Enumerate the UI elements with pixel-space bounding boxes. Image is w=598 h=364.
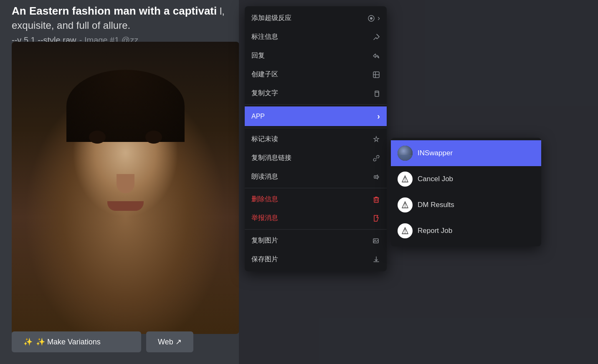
- menu-item-report[interactable]: 举报消息: [245, 209, 387, 228]
- make-variations-button[interactable]: ✨ ✨ Make Variations: [12, 331, 141, 352]
- dm-results-label: DM Results: [418, 201, 454, 209]
- svg-rect-7: [374, 198, 378, 202]
- sparkle-icon: ✨: [23, 337, 33, 346]
- title-text: An Eastern fashion man with a captivati: [12, 5, 217, 17]
- svg-rect-6: [374, 176, 376, 178]
- submenu-item-cancel-job[interactable]: Cancel Job: [391, 166, 541, 192]
- menu-divider-3: [245, 188, 387, 188]
- menu-item-copy-image[interactable]: 复制图片: [245, 231, 387, 250]
- menu-divider-2: [245, 128, 387, 128]
- menu-item-pin[interactable]: 标注信息: [245, 28, 387, 46]
- menu-divider-1: [245, 104, 387, 105]
- web-button[interactable]: Web ↗: [146, 331, 193, 352]
- generated-image: [12, 42, 239, 334]
- inswapper-icon: [398, 146, 413, 161]
- menu-item-mark-unread[interactable]: 标记未读: [245, 130, 387, 149]
- cancel-job-label: Cancel Job: [418, 175, 453, 183]
- submenu-item-report-job[interactable]: Report Job: [391, 218, 541, 244]
- menu-item-read-aloud[interactable]: 朗读消息: [245, 167, 387, 186]
- menu-item-delete[interactable]: 删除信息: [245, 190, 387, 209]
- make-variations-label: ✨ Make Variations: [36, 337, 101, 346]
- menu-divider-4: [245, 229, 387, 230]
- context-menu: 添加超级反应 › 标注信息 回复 创建子区: [245, 6, 387, 271]
- message-title: An Eastern fashion man with a captivati …: [12, 4, 239, 46]
- menu-item-reply[interactable]: 回复: [245, 46, 387, 65]
- submenu-item-inswapper[interactable]: INSwapper: [391, 140, 541, 166]
- inswapper-label: INSwapper: [418, 149, 453, 157]
- menu-item-thread[interactable]: 创建子区: [245, 65, 387, 84]
- menu-item-copy-text[interactable]: 复制文字: [245, 84, 387, 103]
- submenu-item-dm-results[interactable]: DM Results: [391, 192, 541, 218]
- menu-item-save-image[interactable]: 保存图片: [245, 250, 387, 269]
- report-job-icon: [398, 223, 413, 238]
- svg-rect-5: [375, 92, 379, 96]
- menu-item-reaction[interactable]: 添加超级反应 ›: [245, 9, 387, 28]
- menu-item-app[interactable]: APP ›: [245, 106, 387, 126]
- web-label: Web ↗: [158, 337, 182, 346]
- svg-point-1: [370, 17, 372, 20]
- report-job-label: Report Job: [418, 227, 452, 235]
- app-submenu: INSwapper Cancel Job DM Results: [391, 138, 541, 246]
- dm-results-icon: [398, 197, 413, 212]
- menu-item-copy-link[interactable]: 复制消息链接: [245, 149, 387, 167]
- cancel-job-icon: [398, 172, 413, 187]
